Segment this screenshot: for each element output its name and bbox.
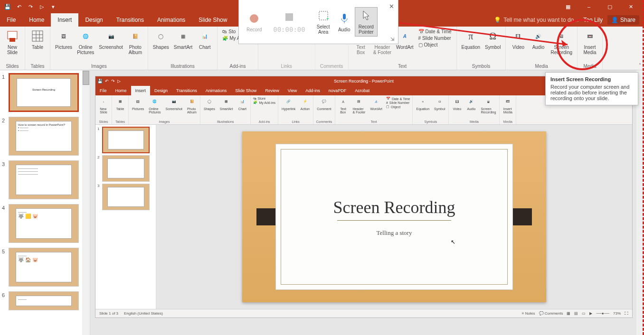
nested-smartart[interactable]: ▦SmartArt [218,96,235,119]
view-reading-icon[interactable]: ▭ [582,311,586,316]
nested-hyperlink[interactable]: 🔗Hyperlink [280,96,297,119]
slide-thumbnail[interactable]: 3————————————————————— [0,159,90,200]
view-sorter-icon[interactable]: ▤ [574,311,578,316]
chart-button[interactable]: 📊Chart [195,28,214,63]
nested-shapes[interactable]: ◯Shapes [202,96,217,119]
nested-comment[interactable]: 💬Comment [315,96,333,119]
record-toolbar-pin-icon[interactable]: ⇲ [390,37,394,42]
tab-home[interactable]: Home [22,13,51,27]
photo-album-button[interactable]: 📔Photo Album [126,28,145,63]
tab-slideshow[interactable]: Slide Show [192,13,234,27]
slide-subtitle-text[interactable]: Telling a story [377,229,412,237]
nested-new-slide[interactable]: ▫New Slide [97,96,110,119]
nested-screenshot[interactable]: 📷Screenshot [164,96,184,119]
save-icon[interactable]: 💾 [4,3,11,10]
ribbon-display-icon[interactable]: ▦ [559,0,578,13]
nested-textbox[interactable]: AText Box [337,96,350,119]
nested-header[interactable]: ▤Header & Footer [351,96,368,119]
nested-thumbnail[interactable]: 3 [97,184,154,210]
save-icon[interactable]: 💾 [97,79,103,84]
record-button[interactable]: Record [243,10,265,34]
nested-tab-home[interactable]: Home [111,86,131,95]
record-pointer-button[interactable]: Record Pointer [355,7,378,37]
audio-button[interactable]: 🔊Audio [529,28,548,63]
nested-screenrec[interactable]: 🖥Screen Recording [479,96,498,119]
tab-design[interactable]: Design [78,13,109,27]
slide-thumbnail[interactable]: 6——— [0,290,90,311]
slide-thumbnail[interactable]: 1Screen Recording [0,72,90,113]
view-slideshow-icon[interactable]: ▶ [589,311,592,316]
record-audio-button[interactable]: Audio [334,10,355,34]
select-area-button[interactable]: + Select Area [313,7,334,37]
redo-icon[interactable]: ↷ [111,79,115,84]
slide-title-text[interactable]: Screen Recording [333,197,455,217]
nested-wordart[interactable]: AWordArt [368,96,384,119]
nested-tab-novapdf[interactable]: novaPDF [324,86,351,95]
undo-icon[interactable]: ↶ [105,79,109,84]
table-button[interactable]: Table [28,28,47,63]
nested-table[interactable]: ▦Table [114,96,127,119]
tab-file[interactable]: File [0,13,22,27]
nested-datetime[interactable]: 📅 Date & Time [385,97,411,101]
from-beginning-icon[interactable]: ▷ [117,79,121,84]
nested-video[interactable]: 🎞Video [450,96,464,119]
undo-icon[interactable]: ↶ [15,3,23,10]
nested-slidenum[interactable]: # Slide Number [385,101,411,104]
shapes-button[interactable]: ◯Shapes [151,28,171,63]
minimize-icon[interactable]: – [579,0,598,13]
nested-tab-design[interactable]: Design [150,86,172,95]
nested-tab-acrobat[interactable]: Acrobat [350,86,374,95]
main-scrollbar[interactable] [636,70,644,335]
share-button[interactable]: 👤 Share [607,15,639,25]
user-name[interactable]: Teo Lily [583,17,603,23]
symbol-button[interactable]: ΩSymbol [483,28,502,63]
slide-number-button[interactable]: #Slide Number [417,35,454,41]
slide-thumbnail[interactable]: 4———🐺 🟨 🐷 [0,203,90,244]
zoom-slider[interactable]: ──●── [596,311,609,316]
from-beginning-icon[interactable]: ▷ [38,3,46,10]
nested-symbol[interactable]: ΩSymbol [432,96,447,119]
nested-insertmedia[interactable]: 📼Insert Media [501,96,514,119]
nested-action[interactable]: ⚡Action [298,96,312,119]
nested-thumbnail[interactable]: 2 [97,155,154,182]
video-button[interactable]: 🎞Video [509,28,528,63]
pictures-button[interactable]: 🖼Pictures [53,28,74,63]
nested-tab-animations[interactable]: Animations [201,86,231,95]
smartart-button[interactable]: ▦SmartArt [172,28,194,63]
close-icon[interactable]: ✕ [621,0,640,13]
nested-tab-insert[interactable]: Insert [131,86,151,95]
maximize-icon[interactable]: ▢ [600,0,619,13]
view-normal-icon[interactable]: ▦ [567,311,570,316]
nested-myaddins[interactable]: 🧩 My Add-ins [252,101,276,104]
nested-online-pics[interactable]: 🌐Online Pictures [147,96,162,119]
tab-transitions[interactable]: Transitions [110,13,151,27]
object-button[interactable]: ▢Object [417,42,454,48]
qat-more-icon[interactable]: ▾ [49,3,57,10]
comments-button[interactable]: 💬 Comments [539,311,563,316]
nested-slide-canvas[interactable]: Screen Recording Telling a story ↖ [156,125,632,309]
nested-tab-slideshow[interactable]: Slide Show [231,86,261,95]
equation-button[interactable]: πEquation [460,28,482,63]
fit-to-window-icon[interactable]: ⛶ [625,311,628,316]
tell-me-search[interactable]: 💡 Tell me what you want to do... [494,17,578,23]
nested-audio[interactable]: 🔊Audio [464,96,478,119]
slide-thumbnail[interactable]: 2How to screen record in PowerPoint?• ——… [0,116,90,157]
screenshot-button[interactable]: 📷Screenshot [97,28,125,63]
datetime-button[interactable]: 📅Date & Time [417,28,454,35]
nested-tab-view[interactable]: View [284,86,301,95]
nested-tab-review[interactable]: Review [261,86,284,95]
thumbnail-scrollbar[interactable] [82,70,90,335]
language-status[interactable]: English (United States) [124,311,163,316]
tab-animations[interactable]: Animations [151,13,192,27]
record-toolbar-close-icon[interactable]: ✕ [389,3,394,10]
online-pictures-button[interactable]: 🌐Online Pictures [75,28,96,63]
nested-tab-transitions[interactable]: Transitions [172,86,201,95]
new-slide-button[interactable]: New Slide [3,28,22,63]
nested-equation[interactable]: πEquation [414,96,431,119]
screen-recording-button[interactable]: 🖥Screen Recording [549,28,574,63]
nested-pictures[interactable]: 🖼Pictures [130,96,146,119]
redo-icon[interactable]: ↷ [27,3,34,10]
nested-tab-file[interactable]: File [95,86,111,95]
nested-album[interactable]: 📔Photo Album [185,96,199,119]
zoom-level[interactable]: 73% [613,311,621,316]
